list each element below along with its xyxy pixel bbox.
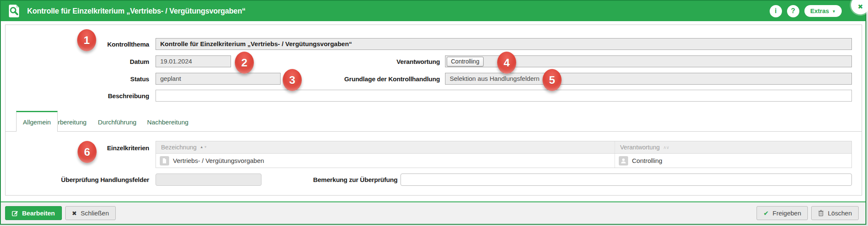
column-label: Bezeichnung: [161, 144, 197, 151]
kontrollthema-field: Kontrolle für Einzelkriterium „Vertriebs…: [156, 38, 852, 50]
footer-bar: Bearbeiten ✖ Schließen ✔ Freigeben Lösch…: [1, 202, 865, 224]
sort-desc-icon: ▼: [204, 146, 207, 149]
ueberpruefung-field: [156, 174, 262, 186]
ueberpruefung-label: Überprüfung Handlungsfelder: [47, 176, 149, 183]
status-label: Status: [47, 75, 149, 83]
sort-asc-icon: ▲: [200, 146, 203, 149]
callout-badge-6: 6: [78, 141, 97, 163]
callout-badge-5: 5: [542, 69, 562, 91]
bezeichnung-value: Vertriebs- / Vergütungsvorgaben: [173, 157, 264, 164]
page-title: Kontrolle für Einzelkriterium „Vertriebs…: [27, 7, 245, 16]
verantwortung-chip[interactable]: Controlling: [447, 57, 484, 66]
tab-allgemein[interactable]: Allgemein: [16, 111, 58, 132]
bemerkung-label: Bemerkung zur Überprüfung: [271, 176, 398, 183]
tab-nachbereitung[interactable]: Nachbereitung: [147, 119, 189, 126]
cell-bezeichnung: Vertriebs- / Vergütungsvorgaben: [156, 154, 615, 168]
screenshot-stage: Kontrolle für Einzelkriterium „Vertriebs…: [0, 0, 868, 226]
einzelkriterien-table: Bezeichnung ▲ ▼ Verantwortung ∧ ∨: [156, 141, 852, 168]
bearbeiten-label: Bearbeiten: [22, 209, 55, 217]
sort-icons: ∧ ∨: [663, 145, 669, 150]
schliessen-button[interactable]: ✖ Schließen: [65, 206, 116, 220]
titlebar: Kontrolle für Einzelkriterium „Vertriebs…: [1, 1, 865, 21]
status-field: geplant: [156, 73, 281, 85]
kontrollthema-label: Kontrollthema: [47, 41, 149, 48]
close-x-icon: ✖: [72, 210, 77, 217]
extras-button[interactable]: Extras ▼: [804, 5, 842, 17]
titlebar-actions: i ? Extras ▼: [770, 5, 842, 17]
column-label: Verantwortung: [620, 144, 660, 151]
trash-icon: [818, 210, 824, 216]
callout-badge-2: 2: [235, 52, 254, 74]
freigeben-label: Freigeben: [773, 209, 801, 217]
grundlage-label: Grundlage der Kontrollhandlung: [313, 75, 440, 83]
loeschen-button[interactable]: Löschen: [811, 206, 859, 220]
cell-verantwortung: Controlling: [615, 154, 851, 168]
datum-label: Datum: [47, 58, 149, 65]
extras-label: Extras: [810, 8, 829, 14]
table-header-row: Bezeichnung ▲ ▼ Verantwortung ∧ ∨: [156, 141, 851, 154]
chevron-down-icon: ▼: [832, 9, 836, 14]
document-search-icon: [7, 4, 21, 18]
form-card: [5, 25, 862, 196]
column-header-bezeichnung[interactable]: Bezeichnung ▲ ▼: [156, 141, 615, 153]
checkmark-icon: ✔: [763, 209, 769, 217]
beschreibung-label: Beschreibung: [47, 92, 149, 99]
bemerkung-field[interactable]: [401, 174, 852, 186]
help-button[interactable]: ?: [787, 5, 799, 17]
einzelkriterien-label: Einzelkriterien: [47, 144, 149, 152]
sort-down-icon: ∨: [666, 145, 669, 150]
tab-baseline: [6, 131, 862, 132]
verantwortung-value: Controlling: [632, 157, 662, 164]
loeschen-label: Löschen: [828, 209, 852, 217]
beschreibung-field[interactable]: [156, 90, 852, 102]
callout-badge-3: 3: [283, 69, 302, 91]
callout-badge-1: 1: [77, 29, 96, 51]
person-icon: [619, 156, 628, 165]
close-icon: ✖: [858, 3, 863, 11]
grundlage-field: Selektion aus Handlungsfeldern: [445, 73, 852, 85]
verantwortung-label: Verantwortung: [313, 58, 440, 65]
freigeben-button[interactable]: ✔ Freigeben: [757, 206, 808, 220]
bearbeiten-button[interactable]: Bearbeiten: [5, 206, 62, 220]
info-button[interactable]: i: [770, 5, 782, 17]
document-icon: [160, 156, 169, 165]
edit-icon: [12, 210, 18, 216]
sort-up-icon: ∧: [663, 145, 666, 150]
tab-durchfuehrung[interactable]: Durchführung: [98, 119, 136, 126]
table-row[interactable]: Vertriebs- / Vergütungsvorgaben Controll…: [156, 154, 851, 168]
sort-icons: ▲ ▼: [200, 146, 207, 149]
schliessen-label: Schließen: [81, 209, 109, 217]
datum-field: 19.01.2024: [156, 55, 231, 67]
column-header-verantwortung[interactable]: Verantwortung ∧ ∨: [615, 141, 851, 153]
callout-badge-4: 4: [497, 52, 516, 74]
